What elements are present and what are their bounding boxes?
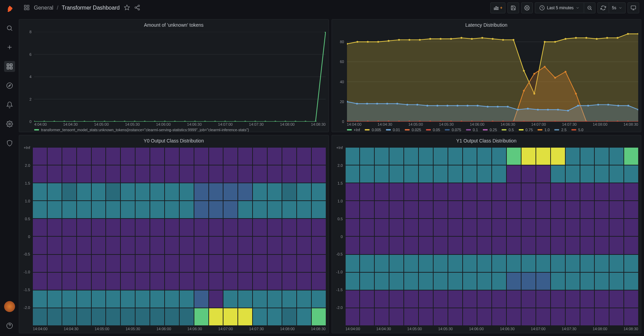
heatmap-area[interactable] [346, 148, 639, 325]
svg-point-53 [174, 121, 176, 122]
chart-area[interactable] [347, 32, 639, 122]
svg-point-87 [471, 38, 473, 40]
svg-point-145 [446, 105, 448, 107]
svg-point-158 [577, 105, 579, 107]
zoom-out-button[interactable] [584, 2, 595, 13]
svg-point-60 [244, 121, 246, 122]
side-nav [0, 0, 19, 336]
svg-rect-4 [7, 64, 9, 66]
svg-rect-16 [27, 8, 29, 10]
y-axis: 02468 [19, 32, 33, 122]
nav-dashboards-icon[interactable] [4, 61, 15, 72]
breadcrumb-folder[interactable]: General [34, 5, 53, 11]
svg-point-137 [366, 103, 368, 104]
svg-point-92 [523, 70, 525, 72]
svg-point-152 [517, 109, 518, 110]
nav-admin-icon[interactable] [4, 138, 15, 149]
nav-search-icon[interactable] [4, 23, 15, 34]
svg-point-100 [606, 37, 608, 39]
svg-point-45 [93, 121, 95, 122]
svg-marker-17 [124, 5, 129, 10]
svg-rect-23 [494, 8, 495, 10]
nav-alerting-icon[interactable] [4, 99, 15, 110]
svg-point-20 [138, 9, 140, 10]
share-icon[interactable] [134, 4, 140, 12]
svg-point-18 [138, 5, 140, 7]
add-panel-button[interactable]: + [490, 2, 505, 13]
settings-button[interactable] [521, 2, 533, 13]
svg-point-26 [526, 7, 528, 9]
svg-rect-14 [27, 5, 29, 7]
svg-point-88 [481, 37, 483, 39]
save-button[interactable] [507, 2, 519, 13]
svg-point-77 [367, 41, 369, 42]
svg-point-162 [617, 105, 619, 107]
svg-point-57 [214, 121, 216, 122]
svg-point-155 [547, 109, 549, 110]
svg-point-96 [564, 38, 566, 40]
svg-point-86 [460, 37, 462, 39]
heatmap-area[interactable] [33, 148, 326, 325]
svg-point-63 [274, 121, 276, 122]
svg-point-150 [497, 106, 498, 108]
svg-point-161 [607, 104, 609, 105]
nav-user-avatar[interactable] [4, 301, 15, 312]
grafana-logo[interactable] [4, 3, 15, 14]
refresh-interval-label: 5s [612, 5, 616, 10]
panel-title: Y1 Output Class Distribution [332, 135, 641, 145]
svg-point-80 [398, 39, 400, 41]
time-range-picker[interactable]: Last 5 minutes [535, 2, 584, 13]
x-axis: 14:04:0014:04:3014:05:0014:05:3014:06:00… [33, 327, 326, 332]
panel-title: Y0 Output Class Distribution [19, 135, 329, 145]
panel-y0-heatmap[interactable]: Y0 Output Class Distribution +Inf2.01.51… [19, 135, 329, 333]
svg-point-143 [426, 105, 428, 107]
svg-point-10 [9, 123, 10, 125]
svg-point-58 [224, 121, 226, 122]
svg-point-99 [596, 38, 597, 40]
svg-point-125 [554, 77, 556, 78]
nav-help-icon[interactable] [4, 320, 15, 331]
nav-explore-icon[interactable] [4, 80, 15, 91]
panel-title: Amount of 'unknown' tokens [19, 20, 329, 29]
panel-title: Latency Distribution [332, 20, 641, 29]
refresh-button[interactable] [597, 2, 609, 13]
svg-point-151 [507, 106, 508, 108]
panel-latency[interactable]: Latency Distribution 020406080 14:04:001… [332, 19, 642, 132]
panel-y1-heatmap[interactable]: Y1 Output Class Distribution +Inf2.01.51… [332, 135, 642, 333]
svg-point-101 [617, 37, 618, 39]
svg-point-140 [396, 103, 398, 104]
svg-rect-6 [7, 67, 9, 69]
svg-point-95 [554, 41, 556, 42]
svg-point-102 [627, 33, 629, 35]
x-axis: 4:04:0014:04:3014:05:0014:05:3014:06:001… [34, 122, 326, 127]
cycle-view-button[interactable] [628, 2, 639, 13]
refresh-interval-picker[interactable]: 5s [609, 2, 626, 13]
panel-unknown-tokens[interactable]: Amount of 'unknown' tokens 02468 4:04:00… [19, 19, 329, 132]
toolbar: + Last 5 minutes 5s [490, 2, 639, 13]
svg-line-22 [136, 8, 138, 9]
page-title[interactable]: Transformer Dashboard [62, 5, 119, 11]
chart-area[interactable] [34, 32, 326, 122]
svg-point-56 [204, 121, 206, 122]
legend[interactable]: +Inf0.0050.010.0250.050.0750.10.250.50.7… [347, 127, 639, 132]
svg-point-147 [466, 105, 468, 107]
svg-point-122 [523, 90, 525, 91]
svg-point-91 [512, 39, 514, 41]
svg-point-90 [502, 39, 504, 41]
svg-point-39 [34, 121, 35, 122]
svg-point-154 [537, 109, 539, 110]
svg-point-153 [527, 108, 528, 110]
nav-create-icon[interactable] [4, 42, 15, 53]
svg-point-139 [386, 103, 388, 104]
breadcrumb: General / Transformer Dashboard [34, 5, 120, 11]
svg-point-47 [114, 121, 115, 122]
svg-point-67 [314, 121, 316, 122]
svg-point-83 [429, 38, 431, 40]
svg-point-89 [492, 38, 493, 40]
star-icon[interactable] [124, 4, 130, 12]
svg-rect-13 [24, 5, 26, 7]
nav-config-icon[interactable] [4, 119, 15, 129]
svg-point-62 [265, 121, 266, 122]
svg-point-64 [284, 121, 286, 122]
svg-point-0 [7, 26, 11, 30]
